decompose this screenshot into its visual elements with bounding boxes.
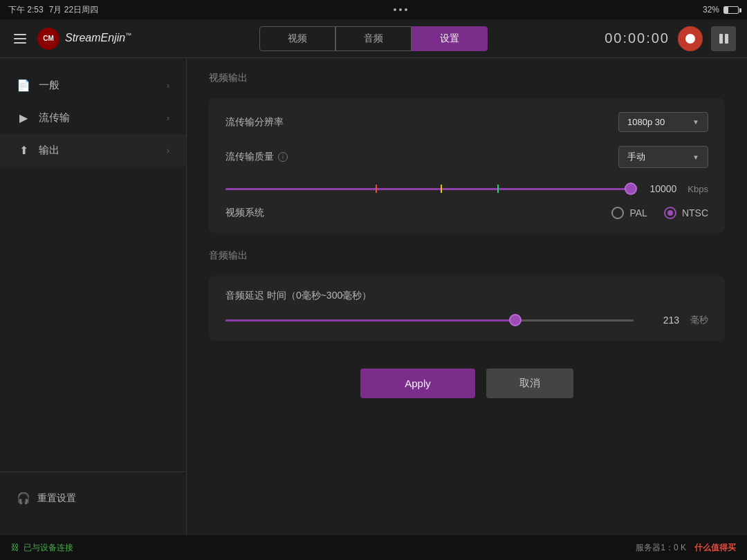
watermark-label: 什么值得买 [694,542,736,554]
quality-slider-unit: Kbps [688,184,708,194]
resolution-row: 流传输分辨率 1080p 30 ▼ [225,112,708,132]
sidebar-label-stream: 流传输 [39,111,158,124]
sidebar-bottom: 🎧 重置设置 [0,472,186,524]
hamburger-button[interactable] [11,31,29,46]
record-icon [685,34,695,44]
quality-control: 手动 ▼ [618,146,708,168]
quality-slider-value: 10000 [642,183,676,194]
audio-output-block: 音频延迟 时间（0毫秒~300毫秒） 213 毫秒 [209,276,725,341]
logo-icon: CM [37,28,59,50]
connected-label: 已与设备连接 [24,542,73,554]
resolution-label: 流传输分辨率 [225,116,336,129]
app-container: CM StreamEnjin™ 视频 音频 设置 00:00:00 📄 [0,19,747,560]
dropdown-arrow-icon: ▼ [692,118,699,126]
sidebar-label-general: 一般 [39,79,158,92]
action-row: Apply 取消 [209,357,725,404]
sidebar-item-general[interactable]: 📄 一般 › [0,69,186,102]
pause-button[interactable] [711,26,736,51]
dropdown-arrow-icon-2: ▼ [692,153,699,161]
server-status: 服务器1：0 K [636,542,686,554]
quality-slider-row: 10000 Kbps [225,182,708,196]
chevron-right-icon: › [167,81,169,91]
hamburger-line-1 [14,34,26,35]
pal-label: PAL [629,207,647,218]
audio-delay-label: 音频延迟 时间（0毫秒~300毫秒） [225,290,708,302]
resolution-value: 1080p 30 [627,117,665,127]
sidebar-item-stream[interactable]: ▶ 流传输 › [0,102,186,134]
tab-video[interactable]: 视频 [259,26,335,51]
nav-tabs: 视频 音频 设置 [151,26,596,51]
apply-button[interactable]: Apply [360,368,475,398]
quality-label: 流传输质量 i [225,151,336,163]
quality-dropdown[interactable]: 手动 ▼ [618,146,708,168]
dot2 [399,8,402,11]
audio-slider-row: 213 毫秒 [225,313,708,327]
top-nav: CM StreamEnjin™ 视频 音频 设置 00:00:00 [0,19,747,58]
ntsc-option[interactable]: NTSC [664,207,708,219]
dot1 [394,8,396,11]
tab-audio[interactable]: 音频 [335,26,412,51]
video-system-label: 视频系统 [225,207,336,219]
nav-right: 00:00:00 [605,26,736,51]
status-time-area: 下午 2:53 7月 22日周四 [8,4,98,16]
record-button[interactable] [678,26,703,51]
cancel-button[interactable]: 取消 [486,368,573,398]
marker-green [497,185,499,193]
chevron-right-icon-3: › [167,146,169,156]
pause-bar-2 [725,34,728,44]
sidebar-item-output[interactable]: ⬆ 输出 › [0,134,186,167]
audio-output-title: 音频输出 [209,250,725,265]
link-icon: ⛓ [11,543,19,552]
tab-settings[interactable]: 设置 [412,26,488,51]
sidebar: 📄 一般 › ▶ 流传输 › ⬆ 输出 › 🎧 重置设置 [0,58,187,535]
quality-slider-fill [225,188,631,190]
status-right-area: 32% [703,5,739,15]
dot3 [405,8,407,11]
audio-slider-fill [225,319,515,321]
hamburger-line-2 [14,38,26,39]
audio-slider-track [225,319,634,321]
pal-option[interactable]: PAL [611,207,647,219]
quality-slider-track [225,188,631,190]
reset-settings-button[interactable]: 🎧 重置设置 [0,483,186,513]
pal-radio [611,207,624,219]
ntsc-label: NTSC [682,207,708,218]
audio-slider-value: 213 [645,315,679,326]
audio-slider-thumb[interactable] [509,314,522,326]
logo-area: CM StreamEnjin™ [37,28,131,50]
chevron-right-icon-2: › [167,113,169,123]
audio-slider-container [225,313,634,327]
video-output-title: 视频输出 [209,72,725,87]
video-system-row: 视频系统 PAL NTSC [225,207,708,219]
resolution-dropdown[interactable]: 1080p 30 ▼ [618,112,708,132]
battery-fill [724,7,728,13]
date-display: 7月 22日周四 [49,4,98,16]
battery-icon [723,6,739,14]
resolution-control: 1080p 30 ▼ [618,112,708,132]
ntsc-radio [664,207,676,219]
quality-slider-container [225,182,631,196]
connection-status: ⛓ 已与设备连接 [11,542,73,554]
quality-slider-thumb[interactable] [625,183,637,195]
stream-icon: ▶ [17,111,30,124]
time-display: 下午 2:53 [8,4,44,16]
status-bar: 下午 2:53 7月 22日周四 32% [0,0,747,19]
hamburger-line-3 [14,42,26,44]
bottom-bar: ⛓ 已与设备连接 服务器1：0 K 什么值得买 [0,535,747,560]
info-icon[interactable]: i [278,152,288,162]
reset-label: 重置设置 [37,492,76,505]
timer-display: 00:00:00 [605,30,670,46]
sidebar-label-output: 输出 [39,144,158,157]
ntsc-radio-dot [667,210,673,216]
quality-row: 流传输质量 i 手动 ▼ [225,146,708,168]
video-system-control: PAL NTSC [611,207,708,219]
quality-value: 手动 [627,151,645,163]
output-icon: ⬆ [17,144,30,157]
pause-bar-1 [719,34,723,44]
settings-panel: 视频输出 流传输分辨率 1080p 30 ▼ 流传输质量 [187,58,747,535]
marker-red [376,185,377,193]
reset-icon: 🎧 [17,492,30,505]
video-output-block: 流传输分辨率 1080p 30 ▼ 流传输质量 i [209,98,725,233]
general-icon: 📄 [17,79,30,92]
logo-text: StreamEnjin™ [65,32,131,44]
